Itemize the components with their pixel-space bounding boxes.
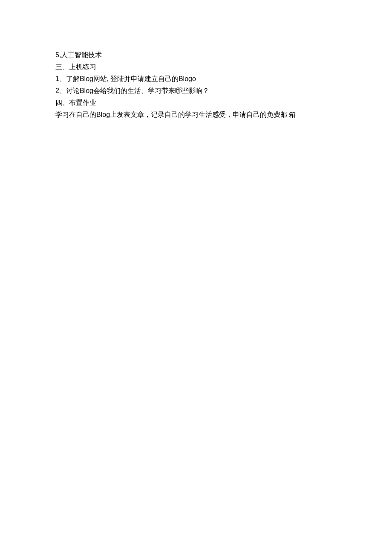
text-segment: Blogo <box>179 75 196 82</box>
text-segment: Blog <box>80 87 93 94</box>
text-segment: 5, <box>55 51 61 58</box>
text-segment: 网站, 登陆并申请建立自己的 <box>93 75 179 82</box>
text-segment: 四、布置作业 <box>55 99 96 106</box>
text-segment: Blog <box>80 75 93 82</box>
line-1: 5,人工智能技术 <box>55 49 337 61</box>
text-segment: Blog <box>96 111 110 118</box>
line-3: 1、了解Blog网站, 登陆并申请建立自己的Blogo <box>55 73 337 85</box>
line-2: 三、上机练习 <box>55 61 337 73</box>
line-6: 学习在自己的Blog上发表文章，记录自己的学习生活感受，申请自己的免费邮 箱 <box>55 109 337 121</box>
text-segment: 2 <box>55 87 59 94</box>
text-segment: 1 <box>55 75 59 82</box>
text-segment: 、讨论 <box>59 87 80 94</box>
line-4: 2、讨论Blog会给我们的生活、学习带来哪些影响？ <box>55 85 337 97</box>
text-segment: 三、上机练习 <box>55 63 96 70</box>
line-5: 四、布置作业 <box>55 97 337 109</box>
text-segment: 会给我们的生活、学习带来哪些影响？ <box>93 87 209 94</box>
text-segment: 学习在自己的 <box>55 111 96 118</box>
text-segment: 、了解 <box>59 75 80 82</box>
text-segment: 上发表文章，记录自己的学习生活感受，申请自己的免费邮 箱 <box>110 111 296 118</box>
text-segment: 人工智能技术 <box>61 51 102 58</box>
